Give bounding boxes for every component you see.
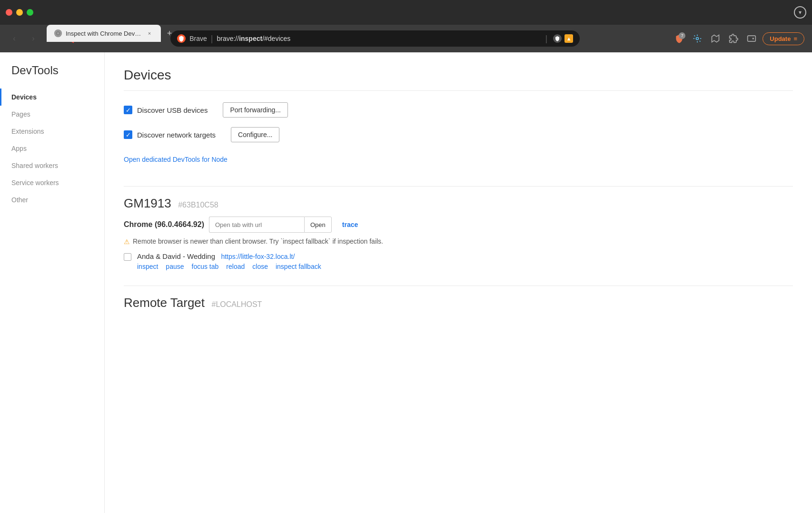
target-title: Anda & David - Wedding (137, 252, 215, 260)
titlebar: Inspect with Chrome Developer × + ▾ (0, 0, 812, 25)
main-content-area: DevTools Devices Pages Extensions Apps S… (0, 52, 812, 513)
sidebar-item-apps[interactable]: Apps (0, 140, 104, 157)
remote-target-divider (124, 286, 793, 286)
active-tab[interactable]: Inspect with Chrome Developer × (47, 25, 161, 42)
browser-version-text: Chrome (96.0.4664.92) (124, 220, 204, 229)
discover-usb-checkbox[interactable]: ✓ (124, 106, 132, 114)
new-tab-button[interactable]: + (163, 27, 176, 40)
device-id: #63B10C58 (178, 201, 218, 209)
device-header: GM1913 #63B10C58 (124, 196, 793, 211)
close-action[interactable]: close (252, 263, 268, 270)
target-title-row: Anda & David - Wedding https://little-fo… (137, 252, 793, 261)
sidebar-item-shared-workers[interactable]: Shared workers (0, 157, 104, 174)
open-tab-form: Open (209, 217, 332, 233)
brave-icon (177, 34, 186, 43)
sidebar-item-service-workers[interactable]: Service workers (0, 174, 104, 191)
sidebar-item-extensions[interactable]: Extensions (0, 123, 104, 140)
close-window-button[interactable] (6, 9, 12, 16)
trace-link[interactable]: trace (342, 221, 358, 228)
wallet-icon[interactable] (744, 31, 759, 46)
warning-message: ⚠ Remote browser is newer than client br… (124, 237, 793, 246)
update-label: Update (770, 35, 791, 42)
remote-target-header: Remote Target #LOCALHOST (124, 296, 793, 310)
svg-rect-3 (748, 36, 756, 41)
tab-favicon (54, 30, 62, 37)
browser-version-row: Chrome (96.0.4664.92) Open trace (124, 217, 793, 233)
inspect-action[interactable]: inspect (137, 263, 158, 270)
target-actions: inspect pause focus tab reload close ins… (137, 263, 793, 270)
pause-action[interactable]: pause (166, 263, 184, 270)
tab-title: Inspect with Chrome Developer (66, 30, 142, 37)
discover-usb-row: ✓ Discover USB devices Port forwarding..… (124, 102, 793, 118)
extensions-icon[interactable] (726, 31, 741, 46)
tab-close-button[interactable]: × (146, 30, 153, 37)
device-name: GM1913 (124, 196, 171, 211)
sidebar: DevTools Devices Pages Extensions Apps S… (0, 52, 105, 513)
toolbar-icons: 7 Update ≡ (672, 31, 804, 46)
brave-label: Brave (189, 35, 207, 42)
chrome-menu-dropdown[interactable]: ▾ (794, 6, 806, 19)
reload-action[interactable]: reload (226, 263, 245, 270)
discover-network-label[interactable]: ✓ Discover network targets (124, 130, 216, 139)
svg-point-1 (57, 32, 59, 34)
sidebar-item-other[interactable]: Other (0, 191, 104, 208)
svg-point-2 (696, 38, 699, 40)
device-section: GM1913 #63B10C58 Chrome (96.0.4664.92) O… (124, 186, 793, 270)
target-row: Anda & David - Wedding https://little-fo… (124, 252, 793, 270)
vpn-icon[interactable] (690, 31, 704, 46)
discover-network-row: ✓ Discover network targets Configure... (124, 127, 793, 142)
page-title: Devices (124, 68, 793, 91)
devtools-title: DevTools (0, 64, 104, 89)
configure-button[interactable]: Configure... (231, 127, 279, 142)
forward-button[interactable]: › (27, 32, 40, 45)
page-content: Devices ✓ Discover USB devices Port forw… (105, 52, 812, 513)
target-checkbox[interactable] (124, 253, 131, 261)
address-bar[interactable]: Brave | brave://inspect/#devices | ▲ (170, 30, 580, 47)
sidebar-item-pages[interactable]: Pages (0, 106, 104, 123)
discover-network-text: Discover network targets (137, 131, 216, 139)
remote-target-subtitle: #LOCALHOST (212, 300, 262, 308)
back-button[interactable]: ‹ (8, 32, 21, 45)
discover-network-checkbox[interactable]: ✓ (124, 130, 132, 139)
maximize-window-button[interactable] (27, 9, 33, 16)
sidebar-nav: Devices Pages Extensions Apps Shared wor… (0, 89, 104, 208)
discover-usb-label[interactable]: ✓ Discover USB devices (124, 106, 208, 114)
focus-tab-action[interactable]: focus tab (192, 263, 219, 270)
update-button[interactable]: Update ≡ (762, 32, 804, 45)
open-tab-input[interactable] (209, 217, 304, 233)
warning-triangle-icon: ▲ (564, 34, 573, 43)
shield-icon (553, 34, 562, 43)
menu-icon: ≡ (793, 35, 797, 42)
warning-text: Remote browser is newer than client brow… (133, 237, 383, 245)
port-forwarding-button[interactable]: Port forwarding... (223, 102, 288, 118)
section-divider (124, 186, 793, 187)
target-url[interactable]: https://little-fox-32.loca.lt/ (221, 253, 295, 260)
map-icon[interactable] (708, 31, 723, 46)
url-divider-2: | (545, 34, 547, 44)
url-display: brave://inspect/#devices (217, 35, 290, 42)
url-divider: | (211, 34, 213, 44)
inspect-fallback-action[interactable]: inspect fallback (276, 263, 321, 270)
devtools-node-link[interactable]: Open dedicated DevTools for Node (124, 156, 228, 163)
traffic-lights (6, 9, 33, 16)
warning-triangle-icon-2: ⚠ (124, 238, 130, 246)
brave-rewards-icon[interactable]: 7 (672, 31, 686, 46)
minimize-window-button[interactable] (16, 9, 23, 16)
sidebar-item-devices[interactable]: Devices (0, 89, 104, 106)
rewards-badge: 7 (679, 32, 685, 39)
discover-usb-text: Discover USB devices (137, 106, 208, 114)
target-info: Anda & David - Wedding https://little-fo… (137, 252, 793, 270)
open-tab-button[interactable]: Open (304, 217, 332, 233)
remote-target-title: Remote Target (124, 296, 205, 310)
